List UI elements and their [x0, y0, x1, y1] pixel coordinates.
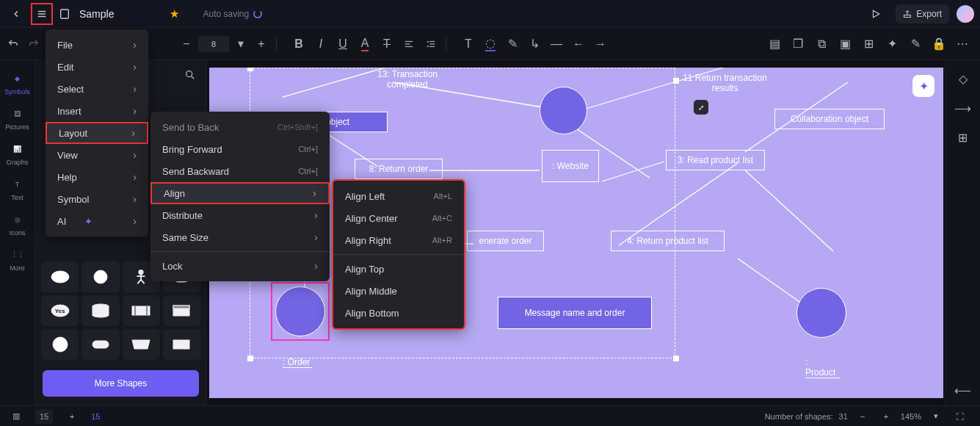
- layout-distribute[interactable]: Distribute: [150, 204, 330, 226]
- zoom-dropdown-icon[interactable]: ▾: [927, 408, 945, 425]
- sidebar-symbols[interactable]: ◆ Symbols: [4, 71, 30, 95]
- align-left[interactable]: Align LeftAlt+L: [333, 185, 464, 207]
- doc-title[interactable]: Sample: [79, 8, 114, 20]
- zoom-in-icon[interactable]: +: [877, 408, 895, 425]
- menu-help[interactable]: Help: [46, 166, 148, 188]
- sel-handle-ne[interactable]: [673, 78, 679, 84]
- fullscreen-icon[interactable]: ⛶: [951, 408, 968, 425]
- more-shapes-button[interactable]: More Shapes: [43, 370, 199, 397]
- node-return-transaction[interactable]: 11 Return transaction results: [668, 71, 782, 95]
- export-panel-icon[interactable]: ⟶: [955, 100, 971, 116]
- menu-view[interactable]: View: [46, 144, 148, 166]
- menu-insert[interactable]: Insert: [46, 100, 148, 122]
- align-right[interactable]: Align RightAlt+R: [333, 229, 464, 251]
- node-product-label[interactable]: : Product: [805, 357, 841, 378]
- italic-icon[interactable]: I: [312, 35, 330, 53]
- lock-icon[interactable]: 🔒: [930, 35, 948, 53]
- layout-lock[interactable]: Lock: [150, 255, 330, 277]
- font-size-control[interactable]: − 8 ▾ +: [178, 35, 270, 53]
- zoom-out-icon[interactable]: −: [854, 408, 871, 425]
- back-button[interactable]: [6, 4, 26, 24]
- bold-icon[interactable]: B: [290, 35, 308, 53]
- menu-layout[interactable]: Layout: [46, 122, 148, 144]
- page-field[interactable]: 15: [35, 409, 53, 424]
- bucket-icon[interactable]: ◇: [955, 71, 971, 87]
- shape-rect[interactable]: [163, 329, 200, 360]
- layout-same-size[interactable]: Same Size: [150, 226, 330, 248]
- align-top[interactable]: Align Top: [333, 258, 464, 280]
- play-button[interactable]: [863, 4, 888, 24]
- grid-icon[interactable]: ⊞: [860, 35, 877, 53]
- group-icon[interactable]: ▣: [836, 35, 854, 53]
- current-page[interactable]: 15: [91, 412, 100, 421]
- sidebar-graphs[interactable]: 📊 Graphs: [7, 141, 29, 166]
- node-collab-obj-right[interactable]: Collaboration object: [774, 109, 885, 129]
- align-middle[interactable]: Align Middle: [333, 280, 464, 302]
- shape-circle2[interactable]: [41, 329, 79, 360]
- shape-circle[interactable]: [81, 261, 119, 292]
- arrow-end-icon[interactable]: →: [592, 35, 609, 53]
- edit-icon[interactable]: ✎: [907, 35, 924, 53]
- sel-handle-nw[interactable]: [247, 68, 253, 71]
- sidebar-icons[interactable]: ◎ Icons: [10, 212, 26, 237]
- strikethrough-icon[interactable]: T: [378, 35, 396, 53]
- layout-align[interactable]: Align: [150, 182, 330, 204]
- pages-icon[interactable]: ▥: [7, 408, 25, 425]
- sidebar-pictures[interactable]: 🖼 Pictures: [5, 106, 29, 131]
- font-color-icon[interactable]: A: [356, 35, 374, 53]
- selection-action-icon[interactable]: ⤢: [694, 100, 708, 115]
- shape-drum[interactable]: [81, 329, 119, 360]
- align-bottom[interactable]: Align Bottom: [333, 302, 464, 324]
- add-page-icon[interactable]: +: [63, 408, 81, 425]
- text-icon[interactable]: T: [460, 35, 477, 53]
- shape-subroutine[interactable]: [123, 295, 160, 326]
- increase-font-icon[interactable]: +: [253, 35, 270, 53]
- main-menu-button[interactable]: [31, 3, 53, 25]
- layers-icon[interactable]: ❐: [789, 35, 807, 53]
- underline-icon[interactable]: U: [334, 35, 352, 53]
- layout-send-to-back[interactable]: Send to BackCtrl+Shift+[: [150, 116, 330, 138]
- line-height-icon[interactable]: [422, 35, 440, 53]
- pink-selection[interactable]: [271, 282, 330, 341]
- layout-send-backward[interactable]: Send BackwardCtrl+[: [150, 160, 330, 182]
- menu-edit[interactable]: Edit: [46, 56, 148, 78]
- align-left-icon[interactable]: [400, 35, 418, 53]
- node-read-product-list[interactable]: 3: Read product list: [666, 150, 765, 170]
- sidebar-more[interactable]: ⋮⋮ More: [10, 247, 26, 272]
- sidebar-text[interactable]: T Text: [10, 176, 26, 201]
- connector-icon[interactable]: ↳: [526, 35, 543, 53]
- layout-bring-forward[interactable]: Bring ForwardCtrl+]: [150, 138, 330, 160]
- export-button[interactable]: Export: [896, 4, 949, 24]
- menu-file[interactable]: File: [46, 34, 148, 56]
- grid-panel-icon[interactable]: ⊞: [955, 129, 971, 145]
- favorite-star-icon[interactable]: ★: [170, 7, 179, 21]
- shape-yes[interactable]: Yes: [41, 295, 79, 326]
- menu-symbol[interactable]: Symbol: [46, 188, 148, 210]
- node-product-circle[interactable]: [796, 288, 846, 338]
- copy-icon[interactable]: ⧉: [813, 35, 830, 53]
- ai-spark-icon[interactable]: ✦: [912, 75, 934, 97]
- shape-card[interactable]: [163, 295, 200, 326]
- fill-color-icon[interactable]: ◌: [482, 35, 499, 53]
- menu-ai[interactable]: AI✦: [46, 210, 148, 232]
- shape-trapezoid[interactable]: [123, 329, 160, 360]
- font-size-value[interactable]: 8: [198, 36, 229, 52]
- pen-icon[interactable]: ✎: [504, 35, 521, 53]
- layout-icon[interactable]: ▤: [766, 35, 783, 53]
- node-order-label[interactable]: : Order: [283, 357, 312, 368]
- spark-icon[interactable]: ✦: [883, 35, 901, 53]
- arrow-start-icon[interactable]: ←: [570, 35, 587, 53]
- sel-handle-se[interactable]: [673, 355, 679, 361]
- user-avatar[interactable]: [957, 5, 974, 23]
- shape-ellipse[interactable]: [41, 261, 79, 292]
- more-icon[interactable]: ⋯: [954, 35, 971, 53]
- shape-cylinder[interactable]: [81, 295, 119, 326]
- zoom-value[interactable]: 145%: [901, 412, 921, 421]
- dropdown-icon[interactable]: ▾: [232, 35, 250, 53]
- search-icon[interactable]: [181, 66, 199, 84]
- redo-button[interactable]: [25, 35, 43, 53]
- line-style-icon[interactable]: —: [548, 35, 565, 53]
- align-center[interactable]: Align CenterAlt+C: [333, 207, 464, 229]
- undo-button[interactable]: [4, 35, 22, 53]
- sel-handle-sw[interactable]: [247, 355, 253, 361]
